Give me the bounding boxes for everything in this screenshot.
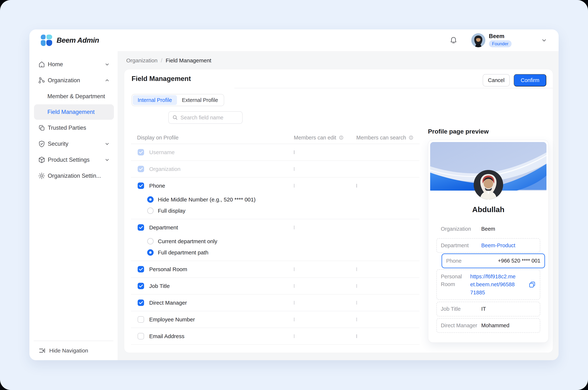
edit-checkbox — [294, 284, 295, 288]
user-role-badge: Founder — [489, 40, 511, 47]
table-row: Organization — [131, 161, 420, 178]
table-row: Job Title — [131, 278, 420, 294]
radio-button[interactable] — [147, 207, 154, 214]
radio-option[interactable]: Hide Middle Number (e.g., 520 **** 001) — [131, 194, 420, 205]
breadcrumb-parent[interactable]: Organization — [126, 57, 157, 64]
sidebar: Home Organization — [29, 51, 118, 360]
sidebar-item-label: Product Settings — [48, 156, 89, 163]
search-checkbox[interactable] — [356, 334, 357, 338]
chevron-up-icon — [104, 78, 110, 83]
tab-external-profile[interactable]: External Profile — [177, 95, 223, 105]
search-checkbox — [356, 267, 357, 271]
field-label: Job Title — [149, 283, 170, 289]
shield-check-icon — [38, 140, 45, 147]
radio-option[interactable]: Full display — [131, 205, 420, 216]
table-row: Personal Room — [131, 261, 420, 278]
cancel-button[interactable]: Cancel — [483, 74, 510, 87]
radio-option[interactable]: Current department only — [131, 236, 420, 247]
package-box-icon — [38, 156, 45, 164]
confirm-button[interactable]: Confirm — [514, 74, 546, 87]
field-label: Department — [149, 224, 178, 231]
display-checkbox[interactable] — [138, 224, 144, 231]
sidebar-item-organization[interactable]: Organization — [29, 72, 118, 88]
sidebar-item-label: Home — [48, 61, 63, 68]
info-icon[interactable] — [339, 135, 344, 140]
profile-avatar — [474, 170, 503, 199]
display-checkbox[interactable] — [138, 283, 144, 289]
display-checkbox[interactable] — [138, 333, 144, 340]
table-row: Username — [131, 144, 420, 161]
radio-button[interactable] — [147, 238, 154, 244]
page-background: Beem Admin — [0, 0, 588, 390]
org-chart-icon — [38, 77, 45, 84]
field-label: Email Address — [149, 333, 185, 340]
table-header-row: Display on Profile Members can edit Memb… — [131, 132, 420, 144]
table-row: Employee Number — [131, 311, 420, 328]
radio-option[interactable]: Full department path — [131, 247, 420, 258]
field-label: Department — [441, 242, 481, 249]
table-row: Phone Hide Middle Number (e.g., 520 ****… — [131, 178, 420, 219]
search-checkbox — [356, 284, 357, 288]
col-members-can-search: Members can search — [356, 135, 406, 141]
overlapping-squares-icon — [38, 124, 45, 132]
breadcrumb: Organization / Field Management — [124, 57, 553, 64]
preview-field-phone[interactable]: Phone +966 520 **** 001 — [441, 253, 545, 268]
field-value: Beem — [481, 225, 495, 233]
tab-internal-profile[interactable]: Internal Profile — [133, 95, 177, 105]
display-checkbox[interactable] — [138, 299, 144, 306]
sidebar-item-member-department[interactable]: Member & Department — [29, 88, 118, 104]
sidebar-item-trusted-parties[interactable]: Trusted Parties — [29, 120, 118, 136]
field-label: Phone — [446, 257, 474, 265]
user-avatar[interactable] — [471, 33, 485, 47]
search-input[interactable] — [168, 111, 242, 124]
hide-navigation-button[interactable]: Hide Navigation — [29, 341, 118, 360]
content-area: Organization / Field Management Field Ma… — [118, 51, 559, 360]
edit-checkbox[interactable] — [294, 150, 295, 154]
display-checkbox[interactable] — [138, 316, 144, 323]
field-label: Personal Room — [441, 273, 470, 288]
account-chevron-down-icon[interactable] — [541, 37, 547, 44]
copy-icon[interactable] — [528, 281, 536, 288]
field-label: Direct Manager — [149, 300, 187, 306]
field-label: Organization — [149, 166, 180, 172]
breadcrumb-separator: / — [161, 57, 162, 64]
sidebar-item-label: Trusted Parties — [48, 125, 86, 131]
field-label: Personal Room — [149, 266, 187, 272]
info-icon[interactable] — [408, 135, 414, 140]
preview-field-personal-room: Personal Room https://f6f918c2.me et.bee… — [436, 269, 540, 300]
sidebar-item-security[interactable]: Security — [29, 136, 118, 152]
sidebar-item-label: Organization Settin... — [48, 173, 101, 179]
sidebar-item-home[interactable]: Home — [29, 56, 118, 72]
sidebar-item-label: Field Management — [47, 109, 95, 115]
department-link[interactable]: Beem-Product — [481, 242, 515, 250]
radio-button[interactable] — [147, 196, 154, 203]
personal-room-link[interactable]: et.beem.net/96588 — [470, 281, 526, 289]
sidebar-item-label: Member & Department — [47, 93, 105, 100]
sidebar-item-product-settings[interactable]: Product Settings — [29, 152, 118, 168]
user-info[interactable]: Beem Founder — [489, 33, 511, 47]
field-search — [168, 111, 242, 124]
display-checkbox[interactable] — [138, 266, 144, 272]
sidebar-item-field-management[interactable]: Field Management — [34, 104, 114, 120]
radio-button[interactable] — [147, 249, 154, 256]
display-checkbox[interactable] — [138, 183, 144, 189]
search-checkbox — [356, 301, 357, 305]
personal-room-link[interactable]: https://f6f918c2.me — [470, 273, 526, 281]
top-header: Beem Admin — [29, 29, 559, 51]
notifications-bell-icon[interactable] — [449, 36, 458, 45]
radio-label: Current department only — [158, 238, 217, 244]
preview-title: Profile page preview — [428, 128, 549, 135]
personal-room-link[interactable]: 71885 — [470, 289, 526, 297]
field-value: IT — [481, 305, 486, 313]
preview-field-department: Department Beem-Product — [436, 238, 540, 253]
sidebar-item-organization-settings[interactable]: Organization Settin... — [29, 168, 118, 184]
chevron-down-icon — [104, 141, 110, 146]
chevron-down-icon — [104, 157, 110, 163]
brand-title: Beem Admin — [57, 36, 99, 44]
header-divider — [235, 88, 553, 88]
radio-label: Full department path — [158, 249, 208, 256]
breadcrumb-current: Field Management — [165, 57, 211, 64]
home-icon — [38, 61, 45, 68]
search-checkbox[interactable] — [356, 184, 357, 188]
edit-checkbox — [294, 318, 295, 321]
